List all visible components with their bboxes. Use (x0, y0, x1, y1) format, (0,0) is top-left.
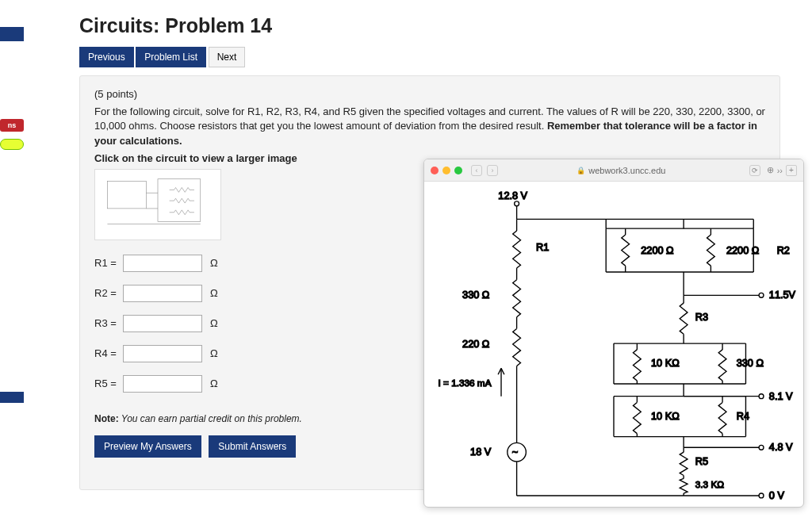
popup-titlebar: ‹ › 🔒 webwork3.uncc.edu ⟳ ⊕ ›› + (424, 159, 803, 182)
svg-text:R2: R2 (777, 244, 790, 256)
unit-r5: Ω (210, 377, 218, 389)
svg-text:11.5V: 11.5V (769, 289, 796, 301)
input-r5[interactable] (123, 375, 202, 393)
previous-button[interactable]: Previous (79, 47, 134, 67)
label-r5: R5 = (94, 377, 123, 389)
svg-text:330 Ω: 330 Ω (737, 357, 764, 369)
label-r4: R4 = (94, 347, 123, 359)
svg-point-6 (515, 201, 519, 206)
svg-text:18 V: 18 V (470, 446, 492, 458)
circuit-diagram: 12.8 V R1 330 Ω 220 Ω (424, 182, 803, 508)
rail-green-indicator (0, 139, 24, 150)
new-tab-icon[interactable]: + (786, 165, 797, 176)
svg-text:R1: R1 (536, 241, 549, 253)
back-icon[interactable]: ‹ (471, 165, 482, 176)
minimize-icon[interactable] (442, 167, 450, 174)
input-r1[interactable] (123, 255, 202, 272)
svg-text:I = 1.336 mA: I = 1.336 mA (439, 377, 492, 388)
label-r1: R1 = (94, 257, 123, 269)
circuit-thumbnail[interactable] (94, 169, 221, 240)
problem-list-button[interactable]: Problem List (136, 47, 206, 67)
unit-r3: Ω (210, 317, 218, 329)
sidebar-rail: ns (0, 0, 32, 525)
note-prefix: Note: (94, 413, 119, 424)
svg-text:330 Ω: 330 Ω (462, 289, 489, 301)
input-r4[interactable] (123, 345, 202, 362)
share-icon[interactable]: ⊕ (767, 165, 774, 175)
unit-r1: Ω (210, 257, 218, 269)
address-host: webwork3.uncc.edu (588, 166, 665, 175)
reload-icon[interactable]: ⟳ (749, 165, 760, 176)
svg-text:R5: R5 (695, 455, 708, 467)
forward-icon[interactable]: › (487, 165, 498, 176)
close-icon[interactable] (431, 167, 439, 174)
problem-nav: Previous Problem List Next (79, 47, 780, 67)
unit-r2: Ω (210, 287, 218, 299)
svg-text:~: ~ (512, 446, 518, 458)
label-r2: R2 = (94, 287, 123, 299)
circuit-popup-window: ‹ › 🔒 webwork3.uncc.edu ⟳ ⊕ ›› + (423, 159, 804, 508)
note-text: You can earn partial credit on this prob… (119, 413, 302, 424)
svg-text:8.1 V: 8.1 V (769, 390, 793, 402)
input-r3[interactable] (123, 315, 202, 332)
svg-point-71 (759, 445, 764, 450)
label-r3: R3 = (94, 317, 123, 329)
svg-text:220 Ω: 220 Ω (462, 338, 489, 350)
next-button[interactable]: Next (209, 47, 246, 67)
svg-text:R4: R4 (737, 410, 749, 422)
svg-text:12.8 V: 12.8 V (498, 190, 527, 201)
maximize-icon[interactable] (454, 167, 462, 174)
points-label: (5 points) (94, 87, 765, 102)
address-bar: 🔒 webwork3.uncc.edu (498, 166, 745, 175)
svg-text:2200 Ω: 2200 Ω (726, 244, 759, 256)
page-title: Circuits: Problem 14 (79, 14, 780, 37)
svg-text:2200 Ω: 2200 Ω (641, 244, 673, 256)
input-r2[interactable] (123, 285, 202, 302)
svg-point-40 (759, 293, 764, 297)
rail-mark (0, 27, 24, 41)
svg-point-79 (759, 493, 764, 498)
svg-text:4.8 V: 4.8 V (769, 441, 793, 453)
svg-point-57 (759, 394, 764, 399)
svg-text:0 V: 0 V (769, 489, 785, 501)
svg-text:R3: R3 (695, 311, 708, 323)
svg-text:10 KΩ: 10 KΩ (651, 410, 680, 422)
svg-text:10 KΩ: 10 KΩ (651, 357, 680, 369)
unit-r4: Ω (210, 347, 218, 359)
submit-answers-button[interactable]: Submit Answers (209, 435, 296, 458)
problem-text: For the following circuit, solve for R1,… (94, 105, 765, 148)
rail-pill: ns (0, 119, 24, 132)
svg-text:3.3 KΩ: 3.3 KΩ (695, 479, 724, 489)
rail-mark-2 (0, 392, 24, 403)
preview-answers-button[interactable]: Preview My Answers (94, 435, 201, 458)
lock-icon: 🔒 (576, 167, 585, 174)
